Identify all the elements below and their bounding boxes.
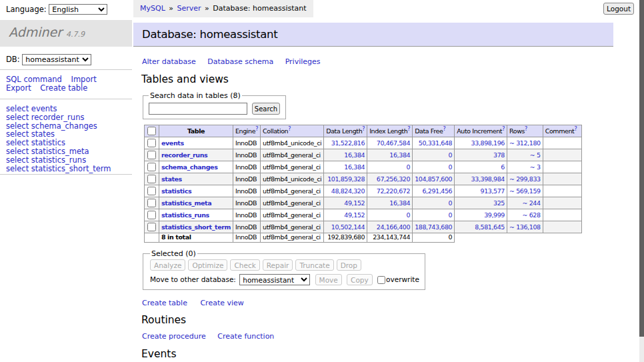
sidebar-table-link[interactable]: select recorder_runs: [6, 113, 127, 122]
copy-button[interactable]: Copy: [347, 274, 373, 285]
breadcrumb-server[interactable]: Server: [177, 4, 201, 13]
move-button[interactable]: Move: [315, 274, 342, 285]
sql-command-link[interactable]: SQL command: [6, 75, 62, 84]
data-free-cell[interactable]: 50,331,648: [413, 137, 455, 149]
row-checkbox[interactable]: [147, 187, 156, 195]
alter-database-link[interactable]: Alter database: [142, 57, 196, 66]
row-checkbox[interactable]: [147, 175, 156, 183]
help-link[interactable]: ?: [288, 125, 291, 131]
index-length-cell[interactable]: 24,166,400: [367, 221, 413, 233]
index-length-cell[interactable]: 67,256,320: [367, 173, 413, 185]
scrollbar-thumb[interactable]: [639, 0, 644, 337]
auto-increment-cell[interactable]: 33,398,984: [455, 173, 507, 185]
table-name-link[interactable]: schema_changes: [161, 163, 217, 171]
data-length-cell[interactable]: 31,522,816: [324, 137, 367, 149]
row-checkbox[interactable]: [147, 163, 156, 171]
sidebar-table-link[interactable]: select statistics_meta: [6, 147, 127, 156]
data-length-cell[interactable]: 48,824,320: [324, 185, 367, 197]
import-link[interactable]: Import: [71, 75, 96, 84]
drop-button[interactable]: Drop: [337, 259, 361, 271]
data-length-cell[interactable]: 101,859,328: [324, 173, 367, 185]
create-procedure-link[interactable]: Create procedure: [142, 332, 206, 341]
help-link[interactable]: ?: [502, 125, 505, 131]
check-button[interactable]: Check: [230, 259, 259, 271]
rows-cell[interactable]: ~ 628: [507, 209, 543, 221]
auto-increment-cell[interactable]: 913,577: [455, 185, 507, 197]
move-db-select[interactable]: homeassistant: [239, 274, 310, 285]
auto-increment-cell[interactable]: 33,898,196: [455, 137, 507, 149]
rows-cell[interactable]: ~ 5: [507, 149, 543, 161]
table-name-link[interactable]: statistics_meta: [161, 199, 211, 207]
table-name-link[interactable]: recorder_runs: [161, 151, 207, 159]
data-length-cell[interactable]: 10,502,144: [324, 221, 367, 233]
breadcrumb-mysql[interactable]: MySQL: [140, 4, 165, 13]
rows-cell[interactable]: ~ 569,159: [507, 185, 543, 197]
search-input[interactable]: [149, 103, 247, 115]
data-free-cell[interactable]: 0: [413, 209, 455, 221]
auto-increment-cell[interactable]: 6: [455, 161, 507, 173]
select-all-checkbox[interactable]: [147, 127, 156, 135]
create-function-link[interactable]: Create function: [217, 332, 274, 341]
rows-cell[interactable]: ~ 3: [507, 161, 543, 173]
data-length-cell[interactable]: 49,152: [324, 209, 367, 221]
export-link[interactable]: Export: [6, 83, 31, 93]
create-view-link[interactable]: Create view: [200, 299, 243, 307]
data-free-cell[interactable]: 0: [413, 149, 455, 161]
data-free-cell[interactable]: 0: [413, 197, 455, 209]
truncate-button[interactable]: Truncate: [295, 259, 333, 271]
search-button[interactable]: Search: [252, 103, 280, 115]
help-link[interactable]: ?: [525, 125, 527, 131]
logout-button[interactable]: Logout: [603, 3, 634, 15]
help-link[interactable]: ?: [407, 125, 410, 131]
sidebar-table-link[interactable]: select statistics_runs: [6, 156, 127, 165]
table-name-link[interactable]: statistics_short_term: [161, 223, 231, 231]
help-link[interactable]: ?: [362, 125, 365, 131]
row-checkbox[interactable]: [147, 211, 156, 219]
index-length-cell[interactable]: 70,467,584: [367, 137, 413, 149]
table-name-link[interactable]: states: [161, 175, 182, 183]
data-length-cell[interactable]: 16,384: [324, 149, 367, 161]
index-length-cell[interactable]: 16,384: [367, 149, 413, 161]
sidebar-table-link[interactable]: select events: [6, 105, 127, 113]
row-checkbox[interactable]: [147, 223, 156, 231]
help-link[interactable]: ?: [443, 125, 445, 131]
auto-increment-cell[interactable]: 325: [455, 197, 507, 209]
auto-increment-cell[interactable]: 8,581,645: [455, 221, 507, 233]
index-length-cell[interactable]: 0: [367, 209, 413, 221]
rows-cell[interactable]: ~ 136,108: [507, 221, 543, 233]
repair-button[interactable]: Repair: [263, 259, 293, 271]
db-select[interactable]: homeassistant: [22, 54, 91, 65]
data-free-cell[interactable]: 188,743,680: [413, 221, 455, 233]
data-length-cell[interactable]: 49,152: [324, 197, 367, 209]
rows-cell[interactable]: ~ 244: [507, 197, 543, 209]
table-name-link[interactable]: events: [161, 139, 184, 147]
database-schema-link[interactable]: Database schema: [207, 57, 273, 66]
index-length-cell[interactable]: 72,220,672: [367, 185, 413, 197]
data-free-cell[interactable]: 104,857,600: [413, 173, 455, 185]
data-length-cell[interactable]: 16,384: [324, 161, 367, 173]
rows-cell[interactable]: ~ 299,833: [507, 173, 543, 185]
table-name-link[interactable]: statistics: [161, 187, 191, 195]
help-link[interactable]: ?: [255, 125, 258, 131]
language-select[interactable]: English: [49, 4, 107, 15]
row-checkbox[interactable]: [147, 199, 156, 207]
row-checkbox[interactable]: [147, 139, 156, 147]
help-link[interactable]: ?: [574, 125, 577, 131]
optimize-button[interactable]: Optimize: [188, 259, 227, 271]
create-table-link[interactable]: Create table: [142, 299, 187, 307]
auto-increment-cell[interactable]: 378: [455, 149, 507, 161]
sidebar-table-link[interactable]: select statistics_short_term: [6, 165, 127, 173]
overwrite-checkbox[interactable]: [377, 276, 385, 284]
create-table-sidebar-link[interactable]: Create table: [40, 83, 87, 93]
index-length-cell[interactable]: 0: [367, 161, 413, 173]
analyze-button[interactable]: Analyze: [150, 259, 185, 271]
privileges-link[interactable]: Privileges: [285, 57, 321, 66]
data-free-cell[interactable]: 6,291,456: [413, 185, 455, 197]
data-free-cell[interactable]: 0: [413, 161, 455, 173]
table-name-link[interactable]: statistics_runs: [161, 211, 209, 219]
row-checkbox[interactable]: [147, 151, 156, 159]
index-length-cell[interactable]: 16,384: [367, 197, 413, 209]
auto-increment-cell[interactable]: 39,999: [455, 209, 507, 221]
rows-cell[interactable]: ~ 312,180: [507, 137, 543, 149]
scrollbar[interactable]: [639, 0, 644, 359]
